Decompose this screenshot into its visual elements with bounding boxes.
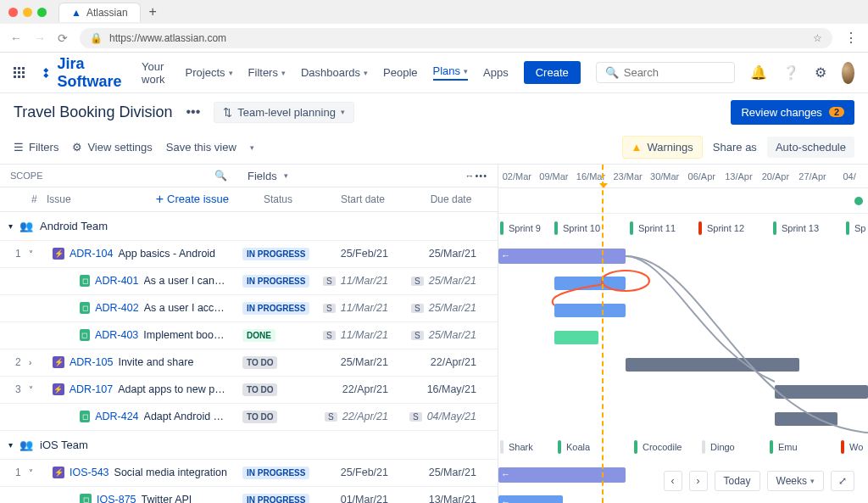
due-date-cell[interactable]: S25/Mar/21 xyxy=(403,275,492,287)
status-badge[interactable]: IN PROGRESS xyxy=(242,494,309,503)
browser-tab[interactable]: ▲ Atlassian xyxy=(58,3,141,22)
issue-key[interactable]: ADR-402 xyxy=(95,302,138,314)
sprint-chip[interactable]: Dingo xyxy=(702,440,735,454)
create-button[interactable]: Create xyxy=(524,61,581,84)
timeline-prev-button[interactable]: ‹ xyxy=(664,471,682,491)
forward-icon[interactable]: → xyxy=(34,31,46,45)
save-view-button[interactable]: Save this view xyxy=(166,141,236,154)
due-date-cell[interactable]: S04/May/21 xyxy=(403,411,492,422)
due-date-cell[interactable]: 13/Mar/21 xyxy=(403,494,492,503)
issue-key[interactable]: ADR-105 xyxy=(70,356,113,368)
status-badge[interactable]: IN PROGRESS xyxy=(242,275,309,288)
sprint-chip[interactable]: Sprint 13 xyxy=(773,221,819,235)
issue-row[interactable]: 3 ˅ ⚡ ADR-107 Adapt apps to new pa... TO… xyxy=(0,377,498,404)
search-scope-icon[interactable]: 🔍 xyxy=(214,170,227,182)
sprint-chip[interactable]: Wo xyxy=(841,440,863,454)
minimize-window-icon[interactable] xyxy=(23,8,32,17)
sprint-chip[interactable]: Sprint 11 xyxy=(630,221,676,235)
issue-key[interactable]: ADR-104 xyxy=(70,248,113,260)
sprint-chip[interactable]: Shark xyxy=(500,440,533,454)
issue-row[interactable]: ◻ IOS-875 Twitter API IN PROGRESS 01/Mar… xyxy=(0,487,498,503)
sprint-chip[interactable]: Koala xyxy=(558,440,590,454)
timeline-bar[interactable]: ← xyxy=(498,467,626,483)
search-box[interactable]: 🔍 xyxy=(596,62,735,83)
start-date-cell[interactable]: 25/Mar/21 xyxy=(315,356,403,368)
sprint-chip[interactable]: Crocodile xyxy=(634,440,682,454)
status-badge[interactable]: TO DO xyxy=(242,383,277,396)
issue-row[interactable]: 1 ˅ ⚡ IOS-543 Social media integration I… xyxy=(0,460,498,487)
warnings-button[interactable]: ▲Warnings xyxy=(622,136,703,159)
sprint-chip[interactable]: Sprint 9 xyxy=(500,221,541,235)
issue-key[interactable]: IOS-543 xyxy=(70,467,109,478)
timeline-bar[interactable] xyxy=(775,385,868,399)
timeline-bar[interactable] xyxy=(554,331,598,344)
issue-row[interactable]: 1 ˅ ⚡ ADR-104 App basics - Android IN PR… xyxy=(0,241,498,268)
due-date-cell[interactable]: 25/Mar/21 xyxy=(403,467,492,478)
timeline-bar[interactable]: ← xyxy=(498,495,563,503)
timeline-bar[interactable] xyxy=(554,304,626,317)
sprint-chip[interactable]: Sprint 10 xyxy=(554,221,600,235)
app-switcher-icon[interactable] xyxy=(14,67,25,78)
browser-menu-icon[interactable]: ⋮ xyxy=(844,30,858,46)
timeline-bar[interactable] xyxy=(626,358,799,372)
settings-icon[interactable]: ⚙ xyxy=(815,63,826,83)
status-badge[interactable]: DONE xyxy=(242,329,275,342)
nav-dashboards[interactable]: Dashboards▾ xyxy=(301,66,368,79)
expand-columns-icon[interactable]: ↔••• xyxy=(465,170,487,181)
issue-key[interactable]: ADR-403 xyxy=(95,329,138,341)
nav-apps[interactable]: Apps xyxy=(483,66,509,79)
expand-icon[interactable]: › xyxy=(29,358,42,367)
issue-row[interactable]: ◻ ADR-424 Adapt Android app... TO DO S22… xyxy=(0,404,498,431)
nav-plans[interactable]: Plans▾ xyxy=(433,64,469,81)
issue-key[interactable]: ADR-401 xyxy=(95,275,138,287)
start-date-cell[interactable]: 25/Feb/21 xyxy=(315,467,403,478)
timeline-bar[interactable] xyxy=(775,412,837,426)
fields-label[interactable]: Fields xyxy=(248,170,277,182)
expand-icon[interactable]: ˅ xyxy=(29,385,42,394)
timeline-next-button[interactable]: › xyxy=(689,471,708,491)
jira-logo[interactable]: Jira Software xyxy=(40,55,126,91)
url-bar[interactable]: 🔒 https://www.atlassian.com ☆ xyxy=(80,28,832,48)
view-settings-button[interactable]: ⚙View settings xyxy=(72,141,152,154)
sprint-chip[interactable]: Sprint 12 xyxy=(698,221,744,235)
reload-icon[interactable]: ⟳ xyxy=(58,31,68,45)
back-icon[interactable]: ← xyxy=(10,31,22,45)
issue-key[interactable]: IOS-875 xyxy=(97,494,136,503)
team-row[interactable]: ▾ 👥 iOS Team xyxy=(0,431,498,460)
create-issue-button[interactable]: +Create issue xyxy=(156,192,229,207)
notifications-icon[interactable]: 🔔 xyxy=(750,63,767,83)
share-as-button[interactable]: Share as xyxy=(713,141,757,154)
view-mode-selector[interactable]: ⇅ Team-level planning ▾ xyxy=(214,102,354,123)
avatar[interactable] xyxy=(842,62,854,84)
status-badge[interactable]: TO DO xyxy=(242,356,277,369)
issue-row[interactable]: 2 › ⚡ ADR-105 Invite and share TO DO 25/… xyxy=(0,349,498,377)
status-badge[interactable]: TO DO xyxy=(242,411,277,423)
nav-people[interactable]: People xyxy=(383,66,417,79)
auto-schedule-button[interactable]: Auto-schedule xyxy=(767,137,854,158)
start-date-cell[interactable]: 22/Apr/21 xyxy=(315,383,403,395)
review-changes-button[interactable]: Review changes 2 xyxy=(731,100,854,125)
start-date-cell[interactable]: 01/Mar/21 xyxy=(315,494,403,503)
nav-projects[interactable]: Projects▾ xyxy=(186,66,233,79)
release-marker-icon[interactable] xyxy=(854,197,863,205)
help-icon[interactable]: ❔ xyxy=(782,63,799,83)
status-badge[interactable]: IN PROGRESS xyxy=(242,248,309,260)
due-date-cell[interactable]: 22/Apr/21 xyxy=(403,356,492,368)
filters-button[interactable]: ☰Filters xyxy=(14,141,58,154)
expand-icon[interactable]: ˅ xyxy=(29,468,42,478)
nav-filters[interactable]: Filters▾ xyxy=(248,66,286,79)
fullscreen-button[interactable]: ⤢ xyxy=(831,471,854,491)
start-date-cell[interactable]: S11/Mar/21 xyxy=(315,275,403,287)
zoom-unit-selector[interactable]: Weeks ▾ xyxy=(767,471,824,491)
issue-key[interactable]: ADR-424 xyxy=(95,411,138,422)
team-row[interactable]: ▾ 👥 Android Team xyxy=(0,212,498,241)
sprint-chip[interactable]: Emu xyxy=(770,440,798,454)
new-tab-button[interactable]: + xyxy=(149,4,157,20)
expand-icon[interactable]: ˅ xyxy=(29,249,42,259)
due-date-cell[interactable]: 16/May/21 xyxy=(403,383,492,395)
search-input[interactable] xyxy=(624,66,726,79)
status-badge[interactable]: IN PROGRESS xyxy=(242,302,309,315)
start-date-cell[interactable]: S11/Mar/21 xyxy=(315,329,403,341)
due-date-cell[interactable]: S25/Mar/21 xyxy=(403,302,492,314)
star-icon[interactable]: ☆ xyxy=(813,32,822,44)
